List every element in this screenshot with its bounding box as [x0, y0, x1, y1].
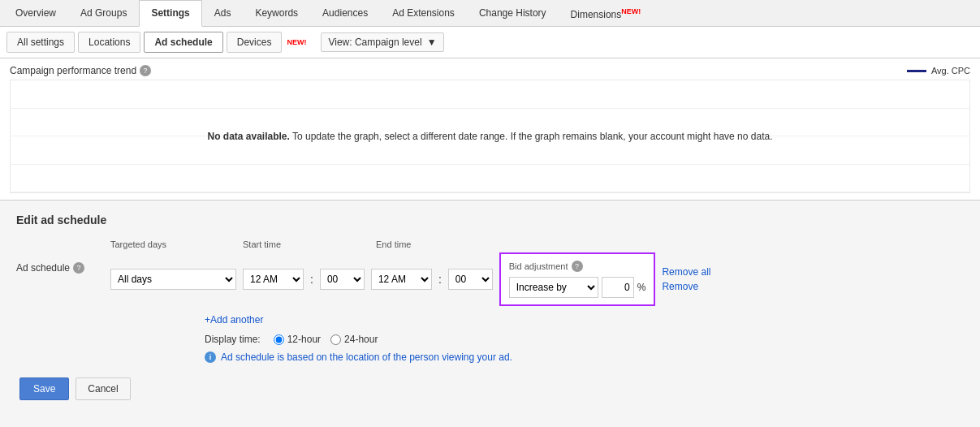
radio-12hour-input[interactable] [274, 334, 284, 345]
end-colon-separator: : [438, 273, 442, 286]
chart-no-data-message: No data available. To update the graph, … [208, 131, 773, 142]
chart-help-icon[interactable]: ? [140, 65, 151, 76]
ad-schedule-help-icon[interactable]: ? [73, 262, 84, 274]
bid-adjustment-box: Bid adjustment ? Increase by Decrease by… [499, 252, 656, 306]
info-icon: i [205, 352, 216, 363]
tab-settings[interactable]: Settings [139, 0, 201, 27]
radio-24hour-input[interactable] [330, 334, 341, 345]
bid-value-input[interactable] [602, 277, 634, 298]
radio-24hour-label[interactable]: 24-hour [330, 334, 378, 345]
tab-audiences[interactable]: Audiences [310, 0, 380, 27]
remove-column: Remove all Remove [662, 266, 710, 292]
new-badge-devices: NEW! [287, 38, 306, 46]
action-buttons: Save Cancel [16, 377, 964, 400]
top-navigation: Overview Ad Groups Settings Ads Keywords… [0, 0, 980, 27]
end-min-select[interactable]: 00153045 [448, 269, 493, 290]
radio-12hour-label[interactable]: 12-hour [274, 334, 321, 345]
chart-grid-row [11, 80, 969, 109]
view-dropdown[interactable]: View: Campaign level ▼ [321, 32, 443, 52]
save-button[interactable]: Save [19, 377, 69, 400]
edit-section-title: Edit ad schedule [16, 214, 964, 226]
chart-area: No data available. To update the graph, … [10, 80, 970, 193]
info-row: i Ad schedule is based on the location o… [205, 352, 964, 363]
new-badge-dimensions: NEW! [621, 7, 641, 15]
add-another-button[interactable]: +Add another [205, 314, 263, 326]
subtab-ad-schedule[interactable]: Ad schedule [144, 32, 222, 53]
legend-line-avg-cpc [907, 70, 926, 72]
no-data-desc: To update the graph, select a different … [290, 131, 773, 142]
remove-button[interactable]: Remove [662, 281, 698, 292]
bid-percent-symbol: % [637, 282, 646, 293]
bid-type-select[interactable]: Increase by Decrease by [509, 277, 598, 298]
sub-navigation: All settings Locations Ad schedule Devic… [0, 27, 980, 58]
cancel-button[interactable]: Cancel [76, 377, 130, 400]
edit-ad-schedule-section: Edit ad schedule Ad schedule ? Targeted … [0, 201, 980, 413]
view-dropdown-label: View: Campaign level [328, 37, 421, 48]
header-end-time: End time [376, 239, 437, 249]
tab-change-history[interactable]: Change History [467, 0, 559, 27]
ad-schedule-label: Ad schedule ? [16, 239, 97, 274]
tab-ad-groups[interactable]: Ad Groups [68, 0, 139, 27]
tab-keywords[interactable]: Keywords [243, 0, 310, 27]
ad-schedule-form-row: Ad schedule ? Targeted days Start time E… [16, 239, 964, 363]
tab-overview[interactable]: Overview [3, 0, 68, 27]
schedule-headers: Targeted days Start time End time [110, 239, 964, 249]
schedule-row: All days Every day Weekdays Weekends Mon… [110, 252, 964, 306]
chart-grid-row [11, 165, 969, 193]
info-text: Ad schedule is based on the location of … [221, 352, 512, 363]
subtab-all-settings[interactable]: All settings [6, 32, 75, 53]
end-hour-select[interactable]: 12 AM1 AM2 AM [371, 269, 432, 290]
legend-label-avg-cpc: Avg. CPC [931, 66, 970, 75]
header-start-time: Start time [243, 239, 304, 249]
bid-adjustment-help-icon[interactable]: ? [572, 261, 583, 272]
chart-legend: Avg. CPC [907, 66, 970, 75]
display-time-row: Display time: 12-hour 24-hour [205, 334, 964, 345]
chart-title-text: Campaign performance trend [10, 65, 136, 76]
subtab-devices[interactable]: Devices [227, 32, 283, 53]
schedule-table: Targeted days Start time End time All da… [110, 239, 964, 363]
add-another-row: +Add another [205, 314, 964, 326]
no-data-strong: No data available. [208, 131, 290, 142]
header-targeted-days: Targeted days [110, 239, 236, 249]
bid-adjustment-label: Bid adjustment [509, 261, 568, 271]
bid-input-row: Increase by Decrease by % [509, 277, 646, 298]
tab-ads[interactable]: Ads [202, 0, 244, 27]
start-colon-separator: : [310, 273, 313, 286]
start-hour-select[interactable]: 12 AM1 AM2 AM [243, 269, 304, 290]
tab-dimensions[interactable]: DimensionsNEW! [559, 0, 654, 27]
tab-ad-extensions[interactable]: Ad Extensions [380, 0, 467, 27]
chevron-down-icon: ▼ [427, 37, 437, 48]
targeted-days-select[interactable]: All days Every day Weekdays Weekends Mon… [110, 269, 236, 290]
subtab-locations[interactable]: Locations [78, 32, 140, 53]
start-min-select[interactable]: 00153045 [320, 269, 365, 290]
chart-section: Campaign performance trend ? Avg. CPC No… [0, 58, 980, 201]
display-time-label: Display time: [205, 334, 261, 345]
remove-all-button[interactable]: Remove all [662, 266, 710, 278]
